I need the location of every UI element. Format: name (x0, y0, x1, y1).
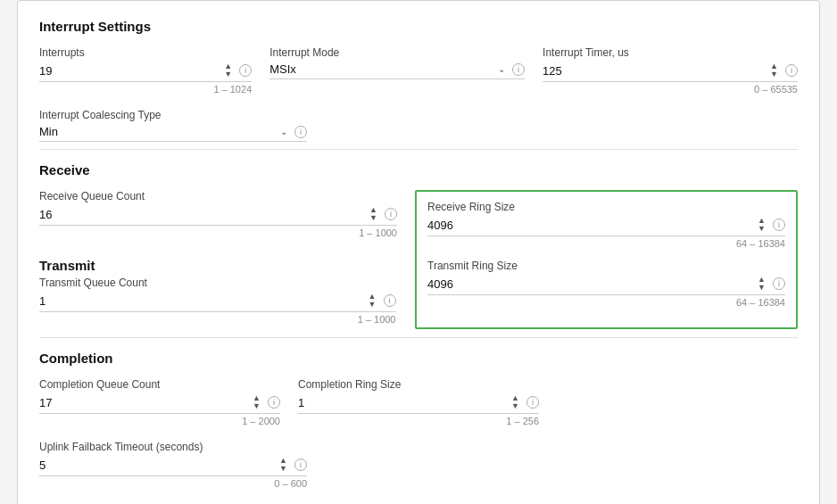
receive-queue-value: 16 (39, 208, 369, 221)
receive-ring-range: 64 – 16384 (427, 238, 785, 249)
interrupt-timer-input-row: 125 ▲ ▼ i (543, 62, 798, 82)
interrupt-timer-group: Interrupt Timer, us 125 ▲ ▼ i 0 – 65535 (543, 46, 798, 105)
coalescing-type-chevron[interactable]: ⌄ (280, 127, 287, 136)
interrupt-timer-down[interactable]: ▼ (770, 70, 778, 78)
interrupt-mode-value: MSIx (269, 62, 498, 76)
interrupt-mode-info-icon[interactable]: i (512, 63, 525, 76)
receive-queue-info-icon[interactable]: i (385, 208, 397, 220)
completion-queue-info-icon[interactable]: i (268, 396, 280, 409)
receive-ring-info-icon[interactable]: i (773, 219, 785, 231)
completion-queue-label: Completion Queue Count (39, 378, 280, 391)
completion-ring-info-icon[interactable]: i (526, 396, 539, 409)
divider-1 (39, 149, 798, 150)
transmit-queue-value: 1 (39, 294, 369, 308)
interrupts-label: Interrupts (39, 46, 252, 59)
interrupts-value: 19 (39, 64, 224, 78)
transmit-queue-spinner[interactable]: ▲ ▼ (369, 293, 377, 309)
uplink-timeout-info-icon[interactable]: i (294, 459, 307, 471)
uplink-timeout-spinner[interactable]: ▲ ▼ (279, 457, 287, 473)
interrupt-timer-value: 125 (543, 64, 770, 78)
transmit-ring-spinner[interactable]: ▲ ▼ (758, 276, 766, 292)
transmit-ring-group: Transmit Ring Size 4096 ▲ ▼ i 64 – 16384 (427, 260, 785, 308)
coalescing-type-label: Interrupt Coalescing Type (39, 109, 307, 121)
completion-ring-group: Completion Ring Size 1 ▲ ▼ i 1 – 256 (298, 378, 557, 437)
coalescing-type-group: Interrupt Coalescing Type Min ⌄ i (39, 109, 307, 142)
receive-queue-range: 1 – 1000 (39, 227, 397, 238)
transmit-ring-range: 64 – 16384 (427, 297, 785, 308)
coalescing-type-value: Min (39, 125, 280, 138)
interrupt-timer-range: 0 – 65535 (543, 84, 798, 95)
receive-ring-value: 4096 (427, 219, 758, 232)
receive-ring-highlight: Receive Ring Size 4096 ▲ ▼ i 64 – 16384 (415, 190, 798, 329)
interrupt-timer-label: Interrupt Timer, us (543, 46, 798, 59)
completion-ring-input-row: 1 ▲ ▼ i (298, 394, 539, 414)
coalescing-type-dropdown[interactable]: Min ⌄ i (39, 125, 307, 142)
completion-ring-spinner[interactable]: ▲ ▼ (511, 394, 519, 410)
receive-section-title: Receive (39, 162, 798, 178)
interrupt-settings-panel: Interrupt Settings Interrupts 19 ▲ ▼ i 1… (17, 0, 820, 504)
transmit-ring-info-icon[interactable]: i (773, 277, 785, 290)
interrupt-mode-group: Interrupt Mode MSIx ⌄ i (269, 46, 543, 105)
interrupt-mode-dropdown[interactable]: MSIx ⌄ i (269, 62, 525, 79)
interrupt-mode-label: Interrupt Mode (269, 46, 525, 59)
transmit-queue-info-icon[interactable]: i (384, 294, 396, 307)
interrupt-section-title: Interrupt Settings (39, 19, 798, 34)
interrupts-input-row: 19 ▲ ▼ i (39, 62, 252, 82)
receive-queue-label: Receive Queue Count (39, 190, 397, 202)
spacer-group (557, 378, 798, 437)
uplink-timeout-group: Uplink Failback Timeout (seconds) 5 ▲ ▼ … (39, 441, 307, 489)
uplink-timeout-range: 0 – 600 (39, 478, 307, 489)
completion-queue-spinner[interactable]: ▲ ▼ (253, 394, 261, 410)
interrupts-info-icon[interactable]: i (239, 64, 252, 77)
receive-ring-label: Receive Ring Size (427, 201, 785, 213)
completion-queue-group: Completion Queue Count 17 ▲ ▼ i 1 – 2000 (39, 378, 298, 437)
completion-section-title: Completion (39, 351, 798, 366)
divider-2 (39, 337, 798, 338)
interrupt-timer-spinner[interactable]: ▲ ▼ (770, 62, 778, 78)
completion-ring-value: 1 (298, 396, 511, 409)
interrupt-timer-info-icon[interactable]: i (785, 64, 798, 77)
interrupt-fields-row: Interrupts 19 ▲ ▼ i 1 – 1024 Interrupt M… (39, 46, 798, 105)
uplink-timeout-label: Uplink Failback Timeout (seconds) (39, 441, 307, 453)
receive-ring-input-row: 4096 ▲ ▼ i (427, 217, 785, 236)
completion-ring-range: 1 – 256 (298, 416, 539, 426)
completion-queue-input-row: 17 ▲ ▼ i (39, 394, 280, 414)
uplink-timeout-value: 5 (39, 459, 279, 472)
interrupts-down[interactable]: ▼ (224, 70, 232, 78)
transmit-section-title: Transmit (39, 258, 396, 273)
uplink-timeout-input-row: 5 ▲ ▼ i (39, 457, 307, 476)
transmit-ring-label: Transmit Ring Size (427, 260, 785, 272)
receive-ring-spinner[interactable]: ▲ ▼ (758, 217, 766, 233)
interrupts-group: Interrupts 19 ▲ ▼ i 1 – 1024 (39, 46, 269, 105)
receive-queue-spinner[interactable]: ▲ ▼ (369, 206, 377, 222)
transmit-ring-value: 4096 (427, 277, 758, 291)
interrupts-spinner[interactable]: ▲ ▼ (224, 62, 232, 78)
interrupts-range: 1 – 1024 (39, 84, 252, 95)
transmit-ring-input-row: 4096 ▲ ▼ i (427, 276, 785, 295)
completion-row: Completion Queue Count 17 ▲ ▼ i 1 – 2000… (39, 378, 798, 437)
receive-queue-input-row: 16 ▲ ▼ i (39, 206, 397, 226)
receive-ring-group: Receive Ring Size 4096 ▲ ▼ i 64 – 16384 (427, 201, 785, 249)
completion-queue-value: 17 (39, 396, 253, 409)
completion-queue-range: 1 – 2000 (39, 416, 280, 426)
completion-ring-label: Completion Ring Size (298, 378, 539, 391)
interrupt-mode-chevron[interactable]: ⌄ (498, 64, 505, 74)
coalescing-type-info-icon[interactable]: i (294, 126, 307, 138)
